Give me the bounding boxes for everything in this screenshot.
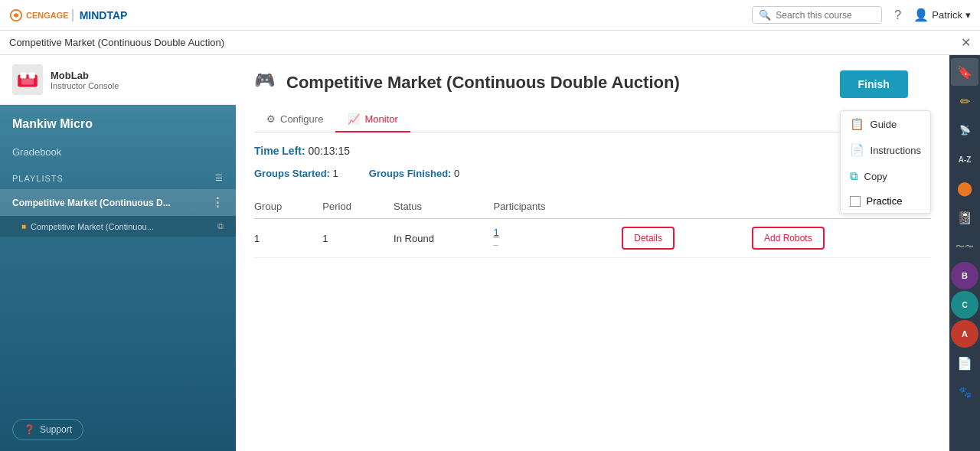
az-icon[interactable]: A-Z <box>951 145 978 173</box>
close-button[interactable]: ✕ <box>961 35 971 50</box>
guide-item[interactable]: 📋 Guide <box>841 111 930 137</box>
playlist-dots-icon[interactable]: ⋮ <box>211 195 224 210</box>
cengage-label: CENGAGE <box>26 11 69 20</box>
cell-status: In Round <box>394 219 493 258</box>
window-title-bar: Competitive Market (Continuous Double Au… <box>0 31 980 55</box>
col-participants: Participants <box>493 194 622 219</box>
instructions-item[interactable]: 📄 Instructions <box>841 137 930 163</box>
user-name: Patrick <box>932 9 962 21</box>
circle-orange-icon[interactable]: ⬤ <box>951 175 978 202</box>
copy-icon: ⧉ <box>850 169 858 183</box>
copy-item[interactable]: ⧉ Copy <box>841 163 930 189</box>
sidebar: MobLab Instructor Console Mankiw Micro G… <box>0 55 236 451</box>
window-title: Competitive Market (Continuous Double Au… <box>9 37 224 48</box>
cengage-logo: CENGAGE <box>9 8 69 22</box>
gradebook-link[interactable]: Gradebook <box>0 143 236 167</box>
cnow-icon[interactable]: C <box>951 291 978 319</box>
groups-finished-value: 0 <box>454 168 459 179</box>
sub-item-label: Competitive Market (Continuou... <box>31 222 154 231</box>
instructions-label: Instructions <box>871 145 921 156</box>
groups-started: Groups Started: 1 <box>254 168 338 179</box>
playlist-sub-item[interactable]: ■ Competitive Market (Continuou... ⧉ <box>0 216 236 237</box>
playlist-item[interactable]: Competitive Market (Continuous D... ⋮ <box>0 189 236 216</box>
groups-finished: Groups Finished: 0 <box>369 168 459 179</box>
right-sidebar: 🔖 ✏ 📡 A-Z ⬤ 📓 〜〜 B C A 📄 🐾 <box>949 55 980 451</box>
search-icon: 🔍 <box>759 9 771 21</box>
content-wrapper: 🎮 Competitive Market (Continuous Double … <box>236 55 980 451</box>
bookmark-icon[interactable]: 🔖 <box>951 58 978 86</box>
groups-started-value: 1 <box>333 168 338 179</box>
a-icon[interactable]: A <box>951 320 978 348</box>
guide-icon: 📋 <box>850 117 864 131</box>
sub-item-copy-icon: ⧉ <box>217 221 224 231</box>
col-group: Group <box>254 194 322 219</box>
mindtap-label: MINDTAP <box>72 9 128 21</box>
monitor-icon: 📈 <box>348 113 360 125</box>
svg-rect-4 <box>21 78 34 84</box>
moblab-sub: Instructor Console <box>51 81 119 90</box>
bango-icon[interactable]: B <box>951 262 978 289</box>
practice-checkbox[interactable] <box>850 196 861 207</box>
cell-add-robots: Add Robots <box>752 219 931 258</box>
animal-icon[interactable]: 🐾 <box>951 378 978 406</box>
time-left-row: Time Left: 00:13:15 <box>254 145 931 157</box>
tab-monitor-label: Monitor <box>364 113 397 125</box>
finish-button[interactable]: Finish <box>840 70 908 98</box>
nav-right: 🔍 ? 👤 Patrick ▾ <box>752 6 971 24</box>
tab-monitor[interactable]: 📈 Monitor <box>335 107 410 132</box>
side-panel: 📋 Guide 📄 Instructions ⧉ Copy Practice <box>840 110 931 214</box>
content-panel: 🎮 Competitive Market (Continuous Double … <box>236 55 949 451</box>
search-box[interactable]: 🔍 <box>752 6 882 24</box>
tab-configure[interactable]: ⚙ Configure <box>254 107 335 132</box>
course-name: Mankiw Micro <box>0 105 236 143</box>
search-input[interactable] <box>776 10 875 21</box>
support-label: Support <box>40 424 72 435</box>
rss-icon[interactable]: 📡 <box>951 116 978 144</box>
user-icon: 👤 <box>913 8 929 22</box>
col-period: Period <box>322 194 394 219</box>
groups-started-label: Groups Started: <box>254 168 330 179</box>
notebook-icon[interactable]: 📓 <box>951 204 978 231</box>
details-button[interactable]: Details <box>622 227 675 250</box>
cell-participants: 1 – <box>493 219 622 258</box>
svg-rect-3 <box>29 72 35 78</box>
copy-label: Copy <box>864 171 887 182</box>
col-status: Status <box>394 194 493 219</box>
groups-row: Groups Started: 1 Groups Finished: 0 <box>254 168 931 179</box>
time-left-label: Time Left: <box>254 145 305 157</box>
playlists-menu-icon[interactable]: ☰ <box>215 173 224 183</box>
document-icon[interactable]: 📄 <box>951 349 978 377</box>
sidebar-header-text: MobLab Instructor Console <box>51 70 119 90</box>
practice-row: Practice <box>841 189 930 213</box>
support-icon: ❓ <box>24 424 35 435</box>
sub-item-icon: ■ <box>21 222 26 230</box>
groups-finished-label: Groups Finished: <box>369 168 452 179</box>
playlists-header: PLAYLISTS ☰ <box>0 167 236 189</box>
add-robots-button[interactable]: Add Robots <box>752 227 825 250</box>
guide-label: Guide <box>871 119 897 130</box>
svg-rect-2 <box>20 72 26 78</box>
cell-period: 1 <box>322 219 394 258</box>
practice-label: Practice <box>867 195 903 207</box>
top-nav: CENGAGE MINDTAP 🔍 ? 👤 Patrick ▾ <box>0 0 980 31</box>
moblab-title: MobLab <box>51 70 119 81</box>
table-row: 1 1 In Round 1 – Details Add Robots <box>254 219 931 258</box>
cell-details: Details <box>622 219 752 258</box>
groups-table: Group Period Status Participants 1 1 In … <box>254 194 931 258</box>
moblab-icon <box>12 64 43 95</box>
playlists-label: PLAYLISTS <box>12 174 64 183</box>
wifi-icon[interactable]: 〜〜 <box>951 233 978 260</box>
col-actions <box>622 194 752 219</box>
playlist-item-label: Competitive Market (Continuous D... <box>12 198 171 208</box>
tab-bar: ⚙ Configure 📈 Monitor <box>254 107 931 132</box>
configure-icon: ⚙ <box>266 113 276 125</box>
help-icon[interactable]: ? <box>894 8 901 22</box>
user-menu[interactable]: 👤 Patrick ▾ <box>913 8 971 22</box>
pencil-icon[interactable]: ✏ <box>951 87 978 115</box>
participants-link[interactable]: 1 <box>493 227 498 238</box>
chevron-down-icon: ▾ <box>965 9 971 21</box>
support-button[interactable]: ❓ Support <box>12 419 83 440</box>
sidebar-header: MobLab Instructor Console <box>0 55 236 105</box>
time-left-value: 00:13:15 <box>309 145 351 157</box>
cell-group: 1 <box>254 219 322 258</box>
